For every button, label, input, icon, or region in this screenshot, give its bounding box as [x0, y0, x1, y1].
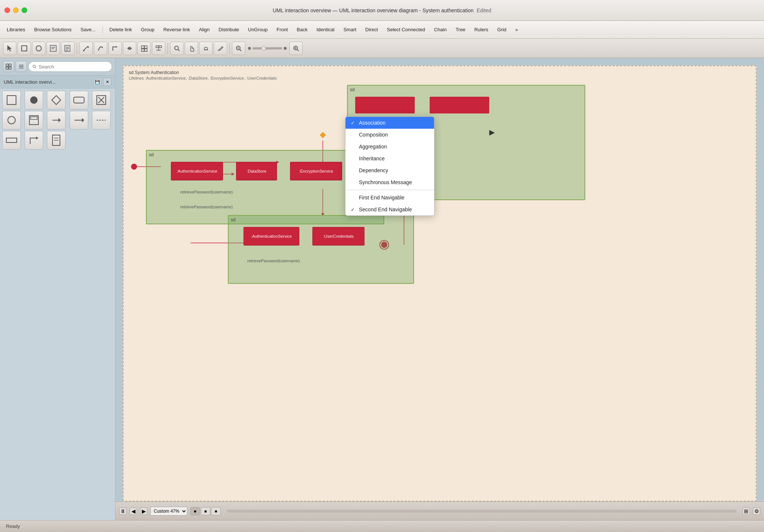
maximize-button[interactable] — [22, 7, 27, 13]
auth-service-box-2[interactable]: :AuthenticationService — [243, 227, 299, 246]
zoom-out-btn[interactable] — [232, 42, 245, 55]
top-bar-2[interactable] — [430, 97, 489, 113]
svg-point-44 — [30, 96, 38, 104]
palette-rect-wide[interactable] — [2, 131, 21, 150]
fit-btn[interactable]: ⊞ — [742, 507, 750, 515]
ctx-synchronous-message[interactable]: Synchronous Message — [346, 176, 434, 188]
panel-save-btn[interactable]: 💾 — [93, 78, 102, 86]
toolbar — [0, 39, 764, 58]
ctx-first-end-navigable[interactable]: First End Navigable — [346, 192, 434, 203]
menu-ungroup[interactable]: UnGroup — [244, 25, 271, 34]
palette-circle[interactable] — [2, 111, 21, 129]
menu-bar: Libraries Browse Solutions Save... Delet… — [0, 21, 764, 39]
zoom-thumb[interactable] — [261, 46, 266, 51]
menu-group[interactable]: Group — [137, 25, 158, 34]
page-btn-3[interactable]: ■ — [211, 507, 221, 515]
svg-marker-60 — [36, 137, 38, 140]
canvas-area[interactable]: sd System Authentication Lifelines :Auth… — [115, 58, 764, 520]
zoom-minus[interactable] — [248, 47, 251, 50]
context-menu[interactable]: ✓ Association Composition Aggregation In… — [345, 116, 434, 216]
palette-arrow-right[interactable] — [47, 111, 66, 129]
ctx-composition[interactable]: Composition — [346, 129, 434, 141]
close-button[interactable] — [4, 7, 10, 13]
datastore-box[interactable]: :DataStore — [236, 162, 277, 180]
menu-browse-solutions[interactable]: Browse Solutions — [31, 25, 75, 34]
orthogonal-tool[interactable] — [108, 42, 122, 55]
menu-save[interactable]: Save... — [77, 25, 99, 34]
zoom-select[interactable]: Custom 47% 25% 50% 75% 100% — [150, 507, 187, 516]
sidebar-grid-icon[interactable] — [3, 61, 14, 72]
ctx-dependency[interactable]: Dependency — [346, 164, 434, 176]
canvas-diagram[interactable]: sd System Authentication Lifelines :Auth… — [123, 65, 757, 501]
ctx-second-end-navigable[interactable]: ✓ Second End Navigable — [346, 203, 434, 215]
menu-tree[interactable]: Tree — [452, 25, 469, 34]
uml-tool[interactable] — [152, 42, 165, 55]
palette-x-box[interactable] — [92, 91, 111, 109]
menu-smart[interactable]: Smart — [340, 25, 360, 34]
palette-doc[interactable] — [47, 131, 66, 150]
menu-delete-link[interactable]: Delete link — [106, 25, 136, 34]
menu-select-connected[interactable]: Select Connected — [383, 25, 429, 34]
palette-diamond[interactable] — [47, 91, 66, 109]
select-tool[interactable] — [3, 42, 16, 55]
palette-dashed-line[interactable] — [92, 111, 111, 129]
top-bar-1[interactable] — [355, 97, 415, 113]
connection-tool[interactable] — [79, 42, 93, 55]
pen-tool[interactable] — [214, 42, 227, 55]
search-zoom-tool[interactable] — [170, 42, 184, 55]
menu-distribute[interactable]: Distribute — [215, 25, 243, 34]
note-tool[interactable] — [61, 42, 74, 55]
arc-tool[interactable] — [94, 42, 107, 55]
menu-grid[interactable]: Grid — [493, 25, 510, 34]
palette-bordered-box[interactable] — [25, 111, 43, 129]
search-box[interactable] — [28, 61, 112, 72]
search-input[interactable] — [39, 64, 108, 70]
menu-front[interactable]: Front — [273, 25, 292, 34]
palette-filled-circle[interactable] — [25, 91, 43, 109]
encryption-box[interactable]: :EncryptionService — [290, 162, 342, 180]
menu-identical[interactable]: Identical — [313, 25, 338, 34]
ctx-aggregation[interactable]: Aggregation — [346, 141, 434, 153]
message-1: retrievePassword(username) — [180, 190, 233, 194]
rectangle-tool[interactable] — [17, 42, 31, 55]
zoom-in-btn[interactable] — [289, 42, 303, 55]
sidebar-list-icon[interactable] — [16, 61, 27, 72]
search-icon — [32, 64, 36, 69]
user-credentials-box[interactable]: :UserCredentials — [312, 227, 365, 246]
next-page-btn[interactable]: ▶ — [140, 507, 147, 515]
page-btn-1[interactable]: ■ — [190, 507, 200, 515]
menu-rulers[interactable]: Rulers — [471, 25, 492, 34]
palette-corner-arrow[interactable] — [25, 131, 43, 150]
stamp-tool[interactable] — [199, 42, 213, 55]
menu-chain[interactable]: Chain — [430, 25, 451, 34]
minimize-button[interactable] — [13, 7, 19, 13]
palette-double-arrow[interactable] — [70, 111, 88, 129]
sd-frame-bottom[interactable]: sd :AuthenticationService :UserCredentia… — [228, 215, 414, 284]
menu-more[interactable]: » — [512, 25, 522, 34]
settings-btn[interactable]: ⚙ — [753, 507, 760, 515]
ellipse-tool[interactable] — [32, 42, 45, 55]
scroll-bar[interactable] — [227, 510, 736, 513]
hand-tool[interactable] — [185, 42, 198, 55]
menu-align[interactable]: Align — [195, 25, 213, 34]
menu-libraries[interactable]: Libraries — [3, 25, 29, 34]
prev-page-btn[interactable]: ◀ — [130, 507, 137, 515]
svg-rect-35 — [9, 64, 11, 66]
palette-rounded-rect[interactable] — [70, 91, 88, 109]
page-btn-2[interactable]: ■ — [201, 507, 210, 515]
menu-direct[interactable]: Direct — [362, 25, 382, 34]
zoom-slider[interactable] — [252, 47, 282, 49]
auth-service-box-1[interactable]: :AuthenticationService — [171, 162, 223, 180]
split-tool[interactable] — [123, 42, 136, 55]
palette-frame[interactable] — [2, 91, 21, 109]
play-pause-btn[interactable]: ⏸ — [119, 507, 127, 515]
panel-close-btn[interactable]: ✕ — [103, 78, 111, 86]
zoom-plus[interactable] — [284, 47, 287, 50]
page-buttons: ■ ■ ■ — [190, 507, 221, 515]
text-tool[interactable] — [47, 42, 60, 55]
menu-reverse-link[interactable]: Reverse link — [160, 25, 194, 34]
menu-back[interactable]: Back — [293, 25, 311, 34]
ctx-association[interactable]: ✓ Association — [346, 117, 434, 129]
ctx-inheritance[interactable]: Inheritance — [346, 153, 434, 164]
layout-tool[interactable] — [137, 42, 151, 55]
